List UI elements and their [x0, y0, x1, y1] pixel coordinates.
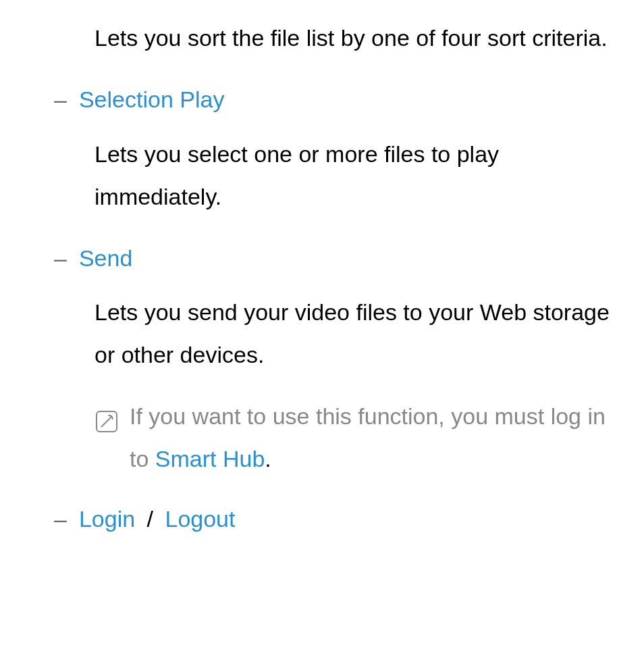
- note-icon: [95, 405, 119, 447]
- login-label: Login: [79, 506, 135, 532]
- smart-hub-label: Smart Hub: [155, 446, 265, 472]
- list-item-login-logout: – Login / Logout: [54, 498, 617, 540]
- list-item-selection-play: – Selection Play Lets you select one or …: [54, 78, 617, 218]
- svg-line-1: [101, 416, 112, 427]
- list-item-header: – Selection Play: [54, 78, 617, 121]
- item-description-send: Lets you send your video files to your W…: [95, 291, 617, 376]
- logout-label: Logout: [165, 506, 235, 532]
- item-title-send: Send: [79, 237, 132, 280]
- note-suffix: .: [265, 446, 271, 472]
- separator: /: [147, 506, 153, 532]
- list-item-header: – Send: [54, 237, 617, 280]
- dash-icon: –: [54, 498, 67, 540]
- login-logout-group: Login / Logout: [79, 498, 236, 540]
- list-item-send: – Send Lets you send your video files to…: [54, 237, 617, 480]
- intro-description: Lets you sort the file list by one of fo…: [95, 17, 617, 59]
- list-item-header: – Login / Logout: [54, 498, 617, 540]
- item-title-selection-play: Selection Play: [79, 78, 224, 121]
- note-text: If you want to use this function, you mu…: [130, 395, 617, 480]
- item-description-selection-play: Lets you select one or more files to pla…: [95, 133, 617, 218]
- dash-icon: –: [54, 78, 67, 121]
- dash-icon: –: [54, 237, 67, 280]
- note-send: If you want to use this function, you mu…: [95, 395, 617, 480]
